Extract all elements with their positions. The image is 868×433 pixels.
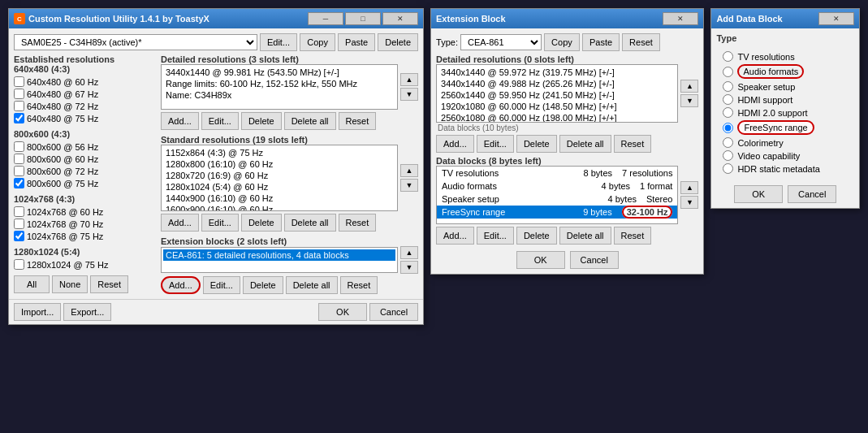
table-row[interactable]: Speaker setup 4 bytes Stereo xyxy=(437,193,677,206)
export-button[interactable]: Export... xyxy=(63,303,111,321)
none-button[interactable]: None xyxy=(52,275,88,293)
edit-device-button[interactable]: Edit... xyxy=(260,33,297,51)
table-row[interactable]: TV resolutions 8 bytes 7 resolutions xyxy=(437,167,677,180)
title-bar-left: C Custom Resolution Utility 1.4.1 by Toa… xyxy=(14,13,209,24)
list-item[interactable]: CEA-861: 5 detailed resolutions, 4 data … xyxy=(163,249,395,261)
main-content: SAM0E25 - C34H89x (active)* Edit... Copy… xyxy=(9,28,423,299)
standard-down-button[interactable]: ▼ xyxy=(400,179,418,192)
add-close-button[interactable]: ✕ xyxy=(818,12,854,25)
ext-det-edit-button[interactable]: Edit... xyxy=(477,135,514,153)
device-row: SAM0E25 - C34H89x (active)* Edit... Copy… xyxy=(14,33,418,51)
ext-det-add-button[interactable]: Add... xyxy=(436,135,474,153)
detailed-arrows: ▲ ▼ xyxy=(400,73,418,101)
ext-detailed-listbox[interactable]: 3440x1440 @ 59.972 Hz (319.75 MHz) [+/-]… xyxy=(436,64,678,123)
ext-label: Extension blocks (2 slots left) xyxy=(161,236,418,246)
list-item[interactable]: Range limits: 60-100 Hz, 152-152 kHz, 55… xyxy=(163,78,395,89)
data-edit-button[interactable]: Edit... xyxy=(477,227,514,245)
list-item[interactable]: 3440x1440 @ 49.988 Hz (265.26 MHz) [+/-] xyxy=(438,78,676,89)
ext-edit-button[interactable]: Edit... xyxy=(203,276,240,294)
add-ok-button[interactable]: OK xyxy=(734,185,783,203)
list-item[interactable]: 1600x900 (16:10) @ 60 Hz xyxy=(163,204,395,211)
list-item[interactable]: 3440x1440 @ 99.981 Hz (543.50 MHz) [+/-] xyxy=(163,67,395,78)
list-item[interactable]: 1280x720 (16:9) @ 60 Hz xyxy=(163,170,395,181)
main-cancel-button[interactable]: Cancel xyxy=(369,303,418,321)
detailed-edit-button[interactable]: Edit... xyxy=(201,112,239,130)
list-item[interactable]: 1280x800 (16:10) @ 60 Hz xyxy=(163,158,395,170)
ext-det-arrows: ▲ ▼ xyxy=(680,80,698,107)
list-item[interactable]: 1152x864 (4:3) @ 75 Hz xyxy=(163,147,395,158)
list-item[interactable]: 2560x1080 @ 60.000 Hz (198.00 MHz) [+/+] xyxy=(438,112,676,123)
ext-delete-all-button[interactable]: Delete all xyxy=(286,276,338,294)
ext-det-delete-button[interactable]: Delete xyxy=(516,135,557,153)
standard-delete-all-button[interactable]: Delete all xyxy=(284,214,336,232)
ext-det-down-button[interactable]: ▼ xyxy=(680,94,698,107)
ext-paste-button[interactable]: Paste xyxy=(582,33,620,51)
detailed-delete-button[interactable]: Delete xyxy=(241,112,282,130)
data-up-button[interactable]: ▲ xyxy=(680,181,698,194)
ext-delete-button[interactable]: Delete xyxy=(243,276,283,294)
standard-delete-button[interactable]: Delete xyxy=(241,214,282,232)
ext-ok-button[interactable]: OK xyxy=(516,251,565,269)
add-cancel-button[interactable]: Cancel xyxy=(788,185,836,203)
list-item[interactable]: 1440x900 (16:10) @ 60 Hz xyxy=(163,193,395,204)
list-item[interactable]: 3440x1440 @ 59.972 Hz (319.75 MHz) [+/-] xyxy=(438,67,676,78)
table-row-freesync[interactable]: FreeSync range 9 bytes 32-100 Hz xyxy=(437,206,677,219)
list-item[interactable]: 2560x1440 @ 59.950 Hz (241.50 MHz) [+/-] xyxy=(438,89,676,101)
list-item[interactable]: 1920x1080 @ 60.000 Hz (148.50 MHz) [+/+] xyxy=(438,101,676,112)
detailed-listbox[interactable]: 3440x1440 @ 99.981 Hz (543.50 MHz) [+/-]… xyxy=(161,64,398,110)
paste-device-button[interactable]: Paste xyxy=(338,33,375,51)
standard-add-button[interactable]: Add... xyxy=(161,214,199,232)
import-button[interactable]: Import... xyxy=(14,303,61,321)
data-blocks-listbox[interactable]: TV resolutions 8 bytes 7 resolutions Aud… xyxy=(436,166,678,224)
list-item[interactable]: 1280x1024 (5:4) @ 60 Hz xyxy=(163,181,395,193)
ext-reset-button[interactable]: Reset xyxy=(340,276,378,294)
minimize-button[interactable]: ─ xyxy=(308,12,343,25)
data-add-button[interactable]: Add... xyxy=(436,227,474,245)
ext-add-button[interactable]: Add... xyxy=(161,276,201,294)
title-controls[interactable]: ─ □ ✕ xyxy=(308,12,418,25)
ext-up-button[interactable]: ▲ xyxy=(400,246,418,259)
ext-copy-button[interactable]: Copy xyxy=(544,33,580,51)
data-blocks-info: Data blocks (10 bytes) xyxy=(436,123,698,133)
ext-cancel-button[interactable]: Cancel xyxy=(570,251,619,269)
detailed-up-button[interactable]: ▲ xyxy=(400,73,418,86)
ext-window: Extension Block ✕ Type: CEA-861 Copy Pas… xyxy=(430,8,704,275)
standard-reset-button[interactable]: Reset xyxy=(339,214,377,232)
data-delete-button[interactable]: Delete xyxy=(516,227,557,245)
data-blocks-arrows: ▲ ▼ xyxy=(680,181,698,209)
close-button[interactable]: ✕ xyxy=(382,12,418,25)
device-select[interactable]: SAM0E25 - C34H89x (active)* xyxy=(14,34,257,50)
ext-det-up-button[interactable]: ▲ xyxy=(680,80,698,93)
reset-established-button[interactable]: Reset xyxy=(90,275,128,293)
table-row[interactable]: Audio formats 4 bytes 1 format xyxy=(437,180,677,193)
ext-det-reset-button[interactable]: Reset xyxy=(614,135,652,153)
data-delete-all-button[interactable]: Delete all xyxy=(559,227,611,245)
standard-btn-row: Add... Edit... Delete Delete all Reset xyxy=(161,214,418,232)
list-item[interactable]: Name: C34H89x xyxy=(163,89,395,101)
ext-title-controls[interactable]: ✕ xyxy=(663,12,698,25)
ext-close-button[interactable]: ✕ xyxy=(663,12,698,25)
add-title-controls[interactable]: ✕ xyxy=(818,12,854,25)
detailed-down-button[interactable]: ▼ xyxy=(400,88,418,101)
data-down-button[interactable]: ▼ xyxy=(680,196,698,209)
all-none-reset-row: All None Reset xyxy=(14,275,156,293)
main-ok-button[interactable]: OK xyxy=(318,303,367,321)
delete-device-button[interactable]: Delete xyxy=(378,33,418,51)
radio-video: Video capability xyxy=(723,150,848,161)
standard-up-button[interactable]: ▲ xyxy=(400,164,418,177)
copy-device-button[interactable]: Copy xyxy=(300,33,335,51)
detailed-add-button[interactable]: Add... xyxy=(161,112,199,130)
all-button[interactable]: All xyxy=(14,275,50,293)
detailed-reset-button[interactable]: Reset xyxy=(339,112,377,130)
type-select[interactable]: CEA-861 xyxy=(460,34,542,50)
standard-edit-button[interactable]: Edit... xyxy=(201,214,239,232)
radio-hdmi20: HDMI 2.0 support xyxy=(723,107,848,118)
standard-listbox[interactable]: 1152x864 (4:3) @ 75 Hz 1280x800 (16:10) … xyxy=(161,145,398,211)
ext-reset-button[interactable]: Reset xyxy=(622,33,660,51)
ext-down-button[interactable]: ▼ xyxy=(400,261,418,274)
data-reset-button[interactable]: Reset xyxy=(614,227,652,245)
ext-det-delete-all-button[interactable]: Delete all xyxy=(559,135,611,153)
restore-button[interactable]: □ xyxy=(345,12,381,25)
detailed-delete-all-button[interactable]: Delete all xyxy=(284,112,336,130)
ext-listbox[interactable]: CEA-861: 5 detailed resolutions, 4 data … xyxy=(161,247,398,273)
